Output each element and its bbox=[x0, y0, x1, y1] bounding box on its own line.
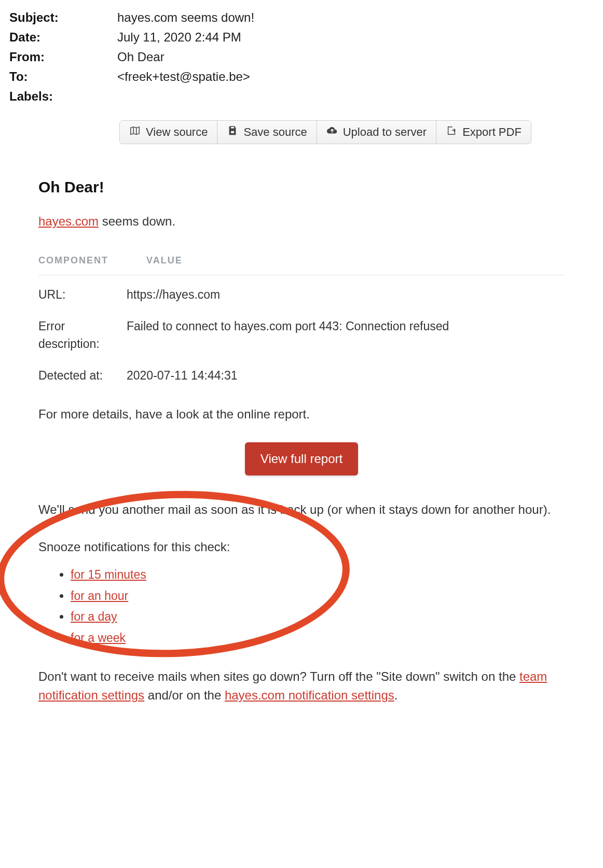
cloud-upload-icon bbox=[326, 125, 338, 139]
upload-label: Upload to server bbox=[343, 125, 427, 139]
svg-rect-1 bbox=[231, 131, 235, 134]
view-source-label: View source bbox=[146, 125, 208, 139]
table-row: Detected at: 2020-07-11 14:44:31 bbox=[38, 367, 565, 385]
export-icon bbox=[446, 125, 457, 139]
to-value: <freek+test@spatie.be> bbox=[117, 69, 594, 85]
snooze-day-link[interactable]: for a day bbox=[71, 610, 117, 623]
lead-rest: seems down. bbox=[99, 214, 175, 228]
email-body: Oh Dear! hayes.com seems down. COMPONENT… bbox=[38, 175, 565, 705]
footer-post: . bbox=[394, 688, 398, 702]
snooze-hour-link[interactable]: for an hour bbox=[71, 589, 128, 603]
save-icon bbox=[227, 125, 238, 139]
list-item: for a day bbox=[71, 608, 565, 626]
row-url-label: URL: bbox=[38, 286, 127, 304]
to-label: To: bbox=[9, 69, 117, 84]
row-error-label: Error description: bbox=[38, 317, 127, 353]
subject-value: hayes.com seems down! bbox=[117, 10, 594, 26]
table-row: URL: https://hayes.com bbox=[38, 286, 565, 304]
footer-mid: and/or on the bbox=[144, 688, 225, 702]
details-paragraph: For more details, have a look at the onl… bbox=[38, 405, 565, 424]
lead-paragraph: hayes.com seems down. bbox=[38, 212, 565, 231]
view-full-report-button[interactable]: View full report bbox=[245, 442, 358, 475]
site-link[interactable]: hayes.com bbox=[38, 214, 99, 228]
from-label: From: bbox=[9, 50, 117, 64]
export-pdf-button[interactable]: Export PDF bbox=[436, 120, 531, 144]
save-source-label: Save source bbox=[243, 125, 307, 139]
date-value: July 11, 2020 2:44 PM bbox=[117, 30, 594, 46]
row-url-value: https://hayes.com bbox=[127, 286, 565, 304]
save-source-button[interactable]: Save source bbox=[217, 120, 317, 144]
from-value: Oh Dear bbox=[117, 50, 594, 65]
snooze-week-link[interactable]: for a week bbox=[71, 631, 126, 645]
email-toolbar: View source Save source Upload to server… bbox=[119, 120, 531, 144]
labels-value bbox=[117, 89, 594, 105]
row-detected-label: Detected at: bbox=[38, 367, 127, 385]
subject-label: Subject: bbox=[9, 10, 117, 25]
email-title: Oh Dear! bbox=[38, 175, 565, 199]
svg-rect-0 bbox=[231, 127, 235, 129]
site-settings-link[interactable]: hayes.com notification settings bbox=[225, 688, 394, 702]
list-item: for a week bbox=[71, 629, 565, 647]
footer-pre: Don't want to receive mails when sites g… bbox=[38, 669, 519, 683]
followup-paragraph: We'll send you another mail as soon as i… bbox=[38, 500, 565, 519]
map-icon bbox=[129, 125, 141, 139]
snooze-prompt: Snooze notifications for this check: bbox=[38, 538, 565, 556]
view-source-button[interactable]: View source bbox=[119, 120, 217, 144]
table-row: Error description: Failed to connect to … bbox=[38, 317, 565, 353]
list-item: for an hour bbox=[71, 587, 565, 605]
date-label: Date: bbox=[9, 30, 117, 45]
footer-paragraph: Don't want to receive mails when sites g… bbox=[38, 667, 565, 705]
list-item: for 15 minutes bbox=[71, 566, 565, 584]
row-detected-value: 2020-07-11 14:44:31 bbox=[127, 367, 565, 385]
upload-button[interactable]: Upload to server bbox=[317, 120, 436, 144]
table-header-component: COMPONENT bbox=[38, 254, 127, 268]
labels-label: Labels: bbox=[9, 89, 117, 104]
snooze-15min-link[interactable]: for 15 minutes bbox=[71, 568, 146, 581]
table-header-value: VALUE bbox=[146, 254, 183, 268]
row-error-value: Failed to connect to hayes.com port 443:… bbox=[127, 317, 565, 353]
snooze-list: for 15 minutes for an hour for a day for… bbox=[38, 566, 565, 647]
export-pdf-label: Export PDF bbox=[462, 125, 522, 139]
